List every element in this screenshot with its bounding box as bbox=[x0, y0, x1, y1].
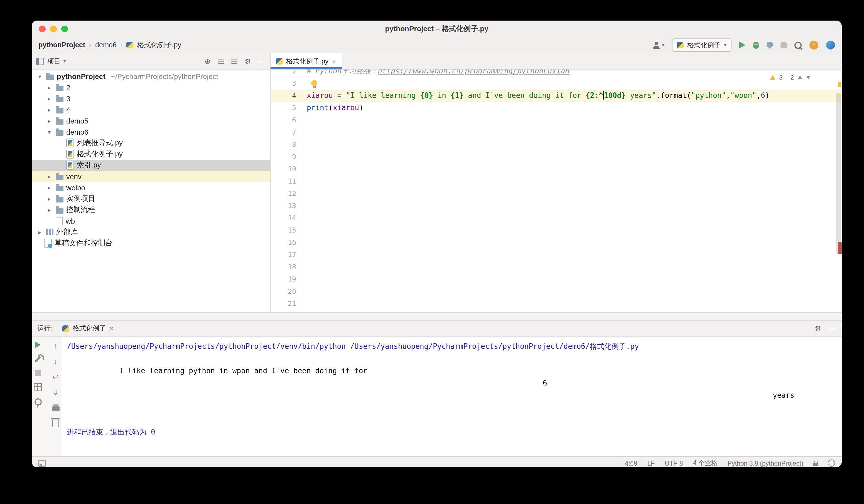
scroll-to-end-icon[interactable]: ⇓ bbox=[52, 388, 59, 397]
gear-icon[interactable]: ⚙ bbox=[245, 57, 251, 65]
stop-button[interactable] bbox=[780, 42, 787, 48]
run-configuration-selector[interactable]: 格式化例子 ▾ bbox=[672, 38, 732, 52]
clear-console-icon[interactable] bbox=[52, 420, 59, 427]
horizontal-splitter[interactable] bbox=[32, 312, 842, 321]
locate-file-icon[interactable]: ⊕ bbox=[205, 57, 211, 65]
editor-scrollbar[interactable] bbox=[836, 93, 841, 254]
tree-item-file-selected[interactable]: 索引.py bbox=[32, 160, 270, 171]
chevron-down-icon[interactable]: ▾ bbox=[63, 58, 66, 64]
project-tree[interactable]: ▾ pythonProject ~/PycharmProjects/python… bbox=[32, 70, 270, 312]
lock-icon[interactable] bbox=[813, 463, 818, 466]
tree-item-external-libraries[interactable]: ▸ 外部库 bbox=[32, 226, 270, 237]
line-number[interactable]: 2 bbox=[271, 70, 303, 77]
rerun-button[interactable] bbox=[35, 342, 41, 348]
run-tab[interactable]: 格式化例子 × bbox=[59, 321, 117, 336]
tree-item-demo5[interactable]: ▸ demo5 bbox=[32, 115, 270, 126]
warning-stripe-marker[interactable] bbox=[838, 82, 841, 87]
tree-item-wb[interactable]: wb bbox=[32, 215, 270, 226]
tree-item-folder[interactable]: ▸ 控制流程 bbox=[32, 204, 270, 215]
line-number[interactable]: 4 bbox=[271, 89, 303, 102]
chevron-right-icon[interactable]: ▸ bbox=[46, 95, 53, 101]
title-bar[interactable]: pythonProject – 格式化例子.py bbox=[32, 21, 842, 37]
error-stripe-marker[interactable] bbox=[838, 242, 842, 254]
reader-mode-icon[interactable] bbox=[828, 459, 835, 467]
search-everywhere-icon[interactable] bbox=[794, 41, 802, 49]
line-number[interactable]: 12 bbox=[271, 187, 303, 200]
line-number[interactable]: 13 bbox=[271, 200, 303, 212]
line-number[interactable]: 18 bbox=[271, 261, 303, 273]
breadcrumb-project[interactable]: pythonProject bbox=[38, 41, 85, 49]
close-window-button[interactable] bbox=[39, 26, 46, 32]
line-separator[interactable]: LF bbox=[647, 460, 655, 466]
project-panel-title[interactable]: 项目 bbox=[47, 57, 61, 66]
line-number[interactable]: 7 bbox=[271, 126, 303, 138]
python-interpreter[interactable]: Python 3.8 (pythonProject) bbox=[728, 460, 803, 466]
minimize-window-button[interactable] bbox=[50, 26, 57, 32]
expand-all-icon[interactable] bbox=[218, 58, 224, 64]
file-encoding[interactable]: UTF-8 bbox=[665, 460, 683, 466]
line-number[interactable]: 15 bbox=[271, 224, 303, 236]
intention-bulb-icon[interactable] bbox=[311, 80, 317, 86]
print-icon[interactable] bbox=[52, 406, 59, 411]
stop-button[interactable] bbox=[35, 370, 41, 376]
pin-tab-icon[interactable] bbox=[34, 398, 41, 406]
chevron-down-icon[interactable]: ▾ bbox=[46, 129, 53, 135]
line-number[interactable]: 21 bbox=[271, 298, 303, 310]
chevron-down-icon[interactable]: ▾ bbox=[36, 73, 44, 79]
tree-item-file[interactable]: 列表推导式.py bbox=[32, 137, 270, 149]
close-icon[interactable]: × bbox=[109, 325, 113, 332]
editor-tab[interactable]: 格式化例子.py × bbox=[271, 53, 341, 69]
tree-item-scratches[interactable]: 草稿文件和控制台 bbox=[32, 237, 270, 249]
tree-item-4[interactable]: ▸ 4 bbox=[32, 104, 270, 115]
run-panel-title[interactable]: 运行: bbox=[37, 324, 52, 333]
close-icon[interactable]: × bbox=[332, 58, 336, 65]
comment-link[interactable]: https://www.wpon.cn/programming/pythonLu… bbox=[378, 70, 569, 75]
soft-wrap-icon[interactable]: ↩ bbox=[52, 373, 59, 381]
line-number[interactable]: 19 bbox=[271, 273, 303, 285]
chevron-right-icon[interactable]: ▸ bbox=[46, 207, 53, 213]
zoom-window-button[interactable] bbox=[61, 26, 68, 32]
inspection-widget[interactable]: 3 2 bbox=[770, 74, 811, 81]
tree-item-file[interactable]: 格式化例子.py bbox=[32, 149, 270, 160]
chevron-right-icon[interactable]: ▸ bbox=[36, 229, 44, 235]
chevron-right-icon[interactable]: ▸ bbox=[46, 84, 53, 90]
gear-icon[interactable]: ⚙ bbox=[815, 324, 821, 333]
chevron-right-icon[interactable]: ▸ bbox=[46, 107, 53, 113]
breadcrumb-folder[interactable]: demo6 bbox=[95, 41, 116, 49]
line-number[interactable]: 6 bbox=[271, 114, 303, 126]
restore-layout-icon[interactable] bbox=[34, 383, 42, 391]
line-number[interactable]: 14 bbox=[271, 212, 303, 224]
line-number[interactable]: 8 bbox=[271, 138, 303, 151]
down-stacktrace-icon[interactable]: ↓ bbox=[54, 357, 58, 366]
indent-setting[interactable]: 4 个空格 bbox=[693, 459, 717, 467]
line-number[interactable]: 11 bbox=[271, 175, 303, 187]
user-menu[interactable]: ▾ bbox=[652, 41, 664, 49]
coverage-button[interactable] bbox=[767, 41, 773, 49]
run-console[interactable]: /Users/yanshuopeng/PycharmProjects/pytho… bbox=[62, 336, 842, 456]
chevron-right-icon[interactable]: ▸ bbox=[46, 118, 53, 124]
debug-button[interactable] bbox=[753, 41, 759, 49]
chevron-right-icon[interactable]: ▸ bbox=[46, 173, 53, 180]
line-number[interactable]: 10 bbox=[271, 163, 303, 175]
run-button[interactable] bbox=[739, 42, 745, 48]
line-number[interactable]: 17 bbox=[271, 249, 303, 261]
breadcrumb-file[interactable]: 格式化例子.py bbox=[137, 40, 181, 50]
tree-item-root[interactable]: ▾ pythonProject ~/PycharmProjects/python… bbox=[32, 71, 270, 82]
chevron-right-icon[interactable]: ▸ bbox=[46, 196, 53, 202]
tree-item-venv[interactable]: ▸ venv bbox=[32, 171, 270, 182]
chevron-right-icon[interactable]: ▸ bbox=[46, 184, 53, 190]
tree-item-weibo[interactable]: ▸ weibo bbox=[32, 182, 270, 193]
next-issue-icon[interactable] bbox=[806, 76, 811, 79]
update-icon[interactable]: ↑ bbox=[809, 41, 818, 50]
line-number[interactable]: 5 bbox=[271, 102, 303, 114]
code-editor[interactable]: 2 # Python学习路线：https://www.wpon.cn/progr… bbox=[271, 70, 842, 312]
hide-panel-icon[interactable]: — bbox=[258, 57, 266, 65]
tree-item-3[interactable]: ▸ 3 bbox=[32, 93, 270, 104]
previous-issue-icon[interactable] bbox=[798, 76, 802, 79]
line-number[interactable]: 16 bbox=[271, 236, 303, 249]
up-stacktrace-icon[interactable]: ↑ bbox=[54, 342, 58, 350]
line-number[interactable]: 20 bbox=[271, 285, 303, 298]
toolwindow-grip-icon[interactable] bbox=[38, 460, 46, 466]
hide-panel-icon[interactable]: — bbox=[829, 324, 836, 333]
caret-position[interactable]: 4:69 bbox=[625, 460, 637, 466]
